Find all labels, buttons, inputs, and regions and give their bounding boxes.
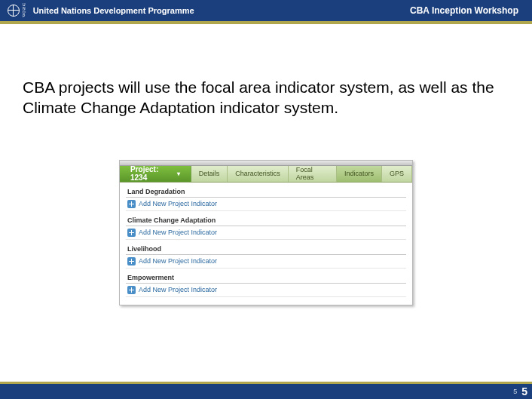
- plus-icon: [127, 200, 136, 208]
- project-label: Project: 1234: [130, 165, 173, 182]
- tab-focal-areas[interactable]: Focal Areas: [289, 166, 337, 182]
- section-land-degradation: Land Degradation Add New Project Indicat…: [126, 186, 406, 211]
- globe-icon: [8, 5, 20, 17]
- plus-icon: [127, 257, 136, 265]
- tab-characteristics[interactable]: Characteristics: [228, 166, 289, 182]
- plus-icon: [127, 229, 136, 237]
- logo-letter-p: P: [23, 14, 26, 18]
- slide-text: CBA projects will use the focal area ind…: [23, 77, 509, 118]
- workshop-label: CBA Inception Workshop: [410, 5, 524, 16]
- add-label: Add New Project Indicator: [139, 257, 217, 265]
- section-header: Land Degradation: [126, 186, 406, 198]
- content-area: Land Degradation Add New Project Indicat…: [120, 183, 412, 305]
- plus-icon: [127, 286, 136, 294]
- page-number: 5: [521, 385, 527, 397]
- header-bar: U N D P United Nations Development Progr…: [0, 0, 532, 21]
- chevron-down-icon: ▾: [177, 170, 180, 177]
- add-indicator-button[interactable]: Add New Project Indicator: [126, 255, 406, 269]
- tab-row: Project: 1234 ▾ Details Characteristics …: [120, 166, 412, 183]
- undp-logo: U N D P: [8, 3, 26, 18]
- section-header: Empowerment: [126, 272, 406, 284]
- slide-body: CBA projects will use the focal area ind…: [0, 24, 532, 313]
- add-indicator-button[interactable]: Add New Project Indicator: [126, 284, 406, 297]
- add-indicator-button[interactable]: Add New Project Indicator: [126, 226, 406, 240]
- footer-bar: 5 5: [0, 384, 532, 399]
- undp-logo-letters: U N D P: [21, 3, 26, 18]
- org-title: United Nations Development Programme: [33, 6, 410, 15]
- add-label: Add New Project Indicator: [139, 286, 217, 293]
- add-indicator-button[interactable]: Add New Project Indicator: [126, 198, 406, 211]
- tab-gps[interactable]: GPS: [382, 166, 412, 182]
- app-panel: Project: 1234 ▾ Details Characteristics …: [119, 160, 413, 305]
- section-climate-change-adaptation: Climate Change Adaptation Add New Projec…: [126, 214, 406, 240]
- add-label: Add New Project Indicator: [139, 200, 217, 207]
- section-livelihood: Livelihood Add New Project Indicator: [126, 243, 406, 269]
- section-header: Livelihood: [126, 243, 406, 255]
- tab-details[interactable]: Details: [191, 166, 228, 182]
- page-number-small: 5: [513, 388, 517, 395]
- project-tab[interactable]: Project: 1234 ▾: [120, 166, 191, 182]
- section-empowerment: Empowerment Add New Project Indicator: [126, 272, 406, 297]
- add-label: Add New Project Indicator: [139, 229, 217, 236]
- tab-indicators[interactable]: Indicators: [337, 166, 382, 182]
- section-header: Climate Change Adaptation: [126, 214, 406, 226]
